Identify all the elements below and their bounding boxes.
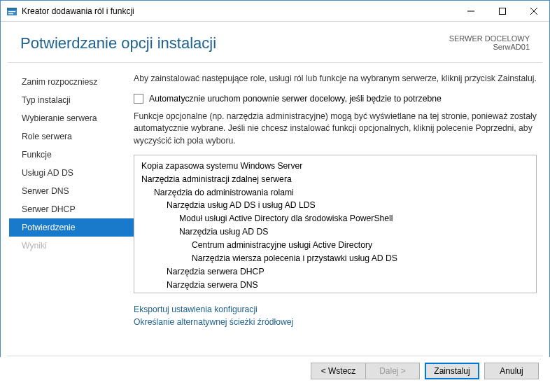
list-item: Narzędzia do administrowania rolami bbox=[141, 186, 529, 200]
destination-label: SERWER DOCELOWY bbox=[449, 34, 530, 43]
nav-item-0[interactable]: Zanim rozpoczniesz bbox=[9, 73, 134, 91]
nav-item-7[interactable]: Serwer DHCP bbox=[9, 200, 134, 218]
alt-source-path-link[interactable]: Określanie alternatywnej ścieżki źródłow… bbox=[134, 316, 537, 328]
window-title: Kreator dodawania ról i funkcji bbox=[22, 6, 134, 16]
sidebar: Zanim rozpocznieszTyp instalacjiWybieran… bbox=[1, 73, 134, 349]
nav-item-2[interactable]: Wybieranie serwera bbox=[9, 109, 134, 127]
list-item: Kopia zapasowa systemu Windows Server bbox=[141, 160, 529, 173]
auto-restart-row: Automatycznie uruchom ponownie serwer do… bbox=[134, 94, 537, 104]
list-item: Moduł usługi Active Directory dla środow… bbox=[141, 212, 529, 225]
page-title: Potwierdzanie opcji instalacji bbox=[20, 34, 216, 52]
optional-features-note: Funkcje opcjonalne (np. narzędzia admini… bbox=[134, 111, 537, 148]
intro-text: Aby zainstalować następujące role, usług… bbox=[134, 73, 537, 85]
main-content: Aby zainstalować następujące role, usług… bbox=[134, 73, 549, 349]
list-item: Narzędzia usług AD DS i usług AD LDS bbox=[141, 199, 529, 212]
next-button: Dalej > bbox=[365, 363, 420, 379]
list-item: Centrum administracyjne usługi Active Di… bbox=[141, 239, 529, 252]
list-item: Narzędzia serwera DNS bbox=[141, 279, 529, 292]
export-config-link[interactable]: Eksportuj ustawienia konfiguracji bbox=[134, 303, 537, 316]
app-icon bbox=[6, 6, 17, 17]
list-item: Narzędzia usług AD DS bbox=[141, 225, 529, 239]
nav-item-1[interactable]: Typ instalacji bbox=[9, 91, 134, 109]
nav-item-6[interactable]: Serwer DNS bbox=[9, 182, 134, 200]
maximize-button[interactable] bbox=[486, 1, 518, 22]
cancel-button[interactable]: Anuluj bbox=[484, 363, 539, 379]
destination-server: SerwAD01 bbox=[449, 43, 530, 51]
list-item: Narzędzia serwera DHCP bbox=[141, 265, 529, 279]
auto-restart-label: Automatycznie uruchom ponownie serwer do… bbox=[149, 94, 442, 104]
nav-item-4[interactable]: Funkcje bbox=[9, 146, 134, 164]
svg-rect-5 bbox=[499, 8, 505, 14]
minimize-button[interactable] bbox=[455, 1, 486, 22]
install-button[interactable]: Zainstaluj bbox=[425, 363, 479, 379]
list-item: Narzędzia administracji zdalnej serwera bbox=[141, 173, 529, 186]
titlebar: Kreator dodawania ról i funkcji bbox=[1, 1, 549, 22]
page-header: Potwierdzanie opcji instalacji SERWER DO… bbox=[1, 22, 549, 62]
footer-divider bbox=[7, 356, 543, 356]
config-links: Eksportuj ustawienia konfiguracji Określ… bbox=[134, 303, 537, 329]
svg-rect-3 bbox=[8, 13, 13, 14]
list-item: Narzędzia wiersza polecenia i przystawki… bbox=[141, 252, 529, 265]
nav-item-3[interactable]: Role serwera bbox=[9, 127, 134, 146]
svg-rect-1 bbox=[7, 8, 17, 10]
auto-restart-checkbox[interactable] bbox=[134, 94, 143, 104]
svg-rect-2 bbox=[8, 11, 15, 12]
close-button[interactable] bbox=[518, 1, 549, 22]
nav-item-8[interactable]: Potwierdzenie bbox=[9, 218, 134, 237]
back-button[interactable]: < Wstecz bbox=[311, 363, 365, 379]
footer: < Wstecz Dalej > Zainstaluj Anuluj bbox=[0, 357, 550, 392]
nav-item-9: Wyniki bbox=[9, 237, 134, 255]
features-list[interactable]: Kopia zapasowa systemu Windows ServerNar… bbox=[134, 155, 537, 293]
nav-item-5[interactable]: Usługi AD DS bbox=[9, 164, 134, 182]
destination-info: SERWER DOCELOWY SerwAD01 bbox=[449, 34, 530, 51]
